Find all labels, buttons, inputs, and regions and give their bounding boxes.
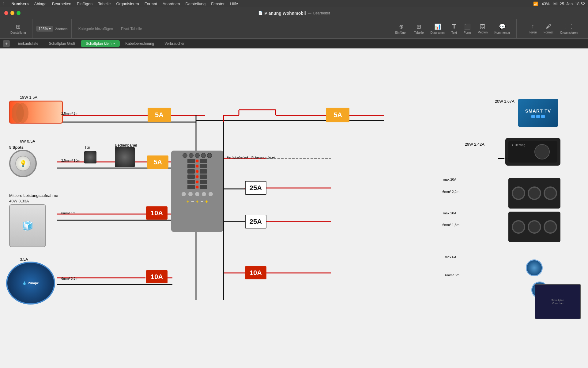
kategorie-button[interactable]: Kategorie hinzufügen (75, 27, 116, 31)
smarttv-device: SMART TV (518, 99, 558, 127)
spots-wire-label: 2,5mm² 10m (61, 158, 80, 163)
diagramm-icon: 📊 (434, 23, 441, 30)
einfuegen-icon: ⊕ (399, 23, 404, 30)
text-button[interactable]: T Text (449, 21, 459, 36)
pivot-button[interactable]: Pivot-Tabelle (118, 27, 145, 31)
kategorie-label: Kategorie hinzufügen (78, 27, 113, 31)
menu-einfuegen[interactable]: Einfügen (77, 2, 92, 6)
fuse-5a-topleft: 5A (148, 108, 171, 122)
usb1-device (508, 178, 560, 209)
darstellung-button[interactable]: ⊞ Darstellung (8, 21, 28, 36)
heating-power-label: 29W 2,42A (465, 142, 484, 147)
tab-kabelberechnung[interactable]: Kabelberechnung (120, 40, 159, 47)
smarttv-power-label: 20W 1,67A (495, 99, 514, 104)
edit-status: — (308, 11, 311, 15)
heating-dashes: - - - - (502, 156, 509, 160)
tabelle-icon: ⊞ (417, 23, 421, 30)
medien-icon: 🖼 (480, 23, 485, 30)
led-strip-label: 18W 1,5A (20, 95, 37, 100)
form-button[interactable]: ⬛ Form (461, 21, 473, 36)
form-icon: ⬛ (464, 23, 471, 30)
menu-fenster[interactable]: Fenster (211, 2, 224, 6)
bedienpanel-device (115, 147, 135, 167)
canvas[interactable]: 18W 1,5A 2,5mm² 2m 5A 5A 20W 1,67A SMART… (0, 48, 588, 368)
smarttv-label: SMART TV (525, 108, 551, 113)
tab-schaltplan-gross[interactable]: Schaltplan Groß (44, 40, 80, 47)
organisieren-icon: ⋮⋮ (563, 23, 574, 30)
menu-bearbeiten[interactable]: Bearbeiten (52, 2, 71, 6)
menu-format[interactable]: Format (145, 2, 157, 6)
fridge-power-label1: Mittlere Leistungsaufnahme (9, 193, 58, 198)
menu-ablage[interactable]: Ablage (34, 2, 46, 6)
organisieren-button[interactable]: ⋮⋮ Organisieren (558, 21, 580, 36)
diagramm-button[interactable]: 📊 Diagramm (428, 21, 447, 36)
usb1-wire-label: 6mm² 2,2m (442, 190, 459, 194)
tab-einkaufsliste[interactable]: Einkaufsliste (13, 40, 43, 47)
einfuegen-button[interactable]: ⊕ Einfügen (393, 21, 409, 36)
heating-device: 🌡 Heating (505, 138, 560, 166)
chevron-down-icon: ▾ (49, 27, 51, 31)
titlebar: 📄 Planung Wohnmobil — Bearbeitet (0, 7, 588, 19)
menu-tabelle[interactable]: Tabelle (98, 2, 111, 6)
zoom-control[interactable]: 125% ▾ (36, 26, 54, 32)
spots-count-label: 5 Spots (9, 145, 24, 150)
led-strip-wire-label: 2,5mm² 2m (61, 111, 78, 116)
fridge-device: 🧊 (9, 204, 46, 247)
tabbar: + Einkaufsliste Schaltplan Groß Schaltpl… (0, 39, 588, 48)
spots-device: 💡 (9, 150, 37, 177)
app-name[interactable]: Numbers (11, 2, 28, 6)
thumbnail-preview: SchaltplanVorschau (535, 284, 581, 319)
fuse-10a-pump: 10A (146, 270, 168, 283)
door-label: Tür (84, 145, 90, 150)
usb3-wire-label: 6mm² 5m (445, 273, 459, 278)
zoom-value: 125% (39, 27, 48, 31)
usb2-wire-label: 6mm² 1,5m (442, 223, 459, 227)
heating-wire-note: Fertigkabel ink. Sicherung dabei (227, 155, 275, 160)
clock: Mi. 25. Jan. 18:52 (553, 2, 585, 6)
menu-anordnen[interactable]: Anordnen (163, 2, 180, 6)
fullscreen-button[interactable] (17, 11, 21, 15)
fridge-power-label2: 40W 3,33A (9, 199, 29, 203)
tabelle-button[interactable]: ⊞ Tabelle (412, 21, 426, 36)
document-icon: 📄 (258, 11, 263, 15)
pump-power-label: 3,5A (20, 257, 28, 262)
format-button[interactable]: 🖌 Format (541, 21, 556, 36)
menu-hilfe[interactable]: Hilfe (230, 2, 238, 6)
led-strip-device (9, 101, 63, 124)
usb1-power-label: max.20A (443, 177, 456, 182)
menubar:  Numbers Ablage Bearbeiten Einfügen Tab… (0, 0, 588, 7)
usb2-power-label: max.20A (443, 211, 456, 216)
kommentar-button[interactable]: 💬 Kommentar (492, 21, 513, 36)
edit-label: Bearbeitet (313, 11, 330, 15)
toolbar: ⊞ Darstellung 125% ▾ Zoomen Kategorie hi… (0, 19, 588, 39)
tab-chevron-icon: ▾ (113, 42, 115, 45)
fuse-10a-usb3: 10A (245, 266, 266, 279)
menu-organisieren[interactable]: Organisieren (116, 2, 139, 6)
usb2-device (508, 212, 560, 242)
darstellung-icon: ⊞ (16, 23, 21, 30)
text-icon: T (452, 23, 456, 30)
usb3-power-label: max.6A (445, 255, 456, 259)
close-button[interactable] (4, 11, 8, 15)
fuse-5a-spots: 5A (147, 155, 168, 169)
document-title: Planung Wohnmobil (265, 11, 306, 16)
fuse-25a-usb2: 25A (245, 215, 266, 228)
kommentar-icon: 💬 (499, 23, 506, 30)
fuse-5a-topright: 5A (326, 108, 349, 122)
pump-device: 💧 Pumpe (6, 262, 63, 309)
tab-verbraucher[interactable]: Verbraucher (160, 40, 189, 47)
menu-darstellung[interactable]: Darstellung (185, 2, 205, 6)
fridge-wire-label: 6mm² 1m (61, 211, 75, 216)
tab-schaltplan-klein[interactable]: Schaltplan klein ▾ (81, 40, 120, 47)
add-tab-button[interactable]: + (3, 40, 10, 47)
medien-button[interactable]: 🖼 Medien (475, 21, 490, 36)
bedienpanel-label: Bedienpanel (115, 143, 137, 148)
teilen-icon: ↑ (531, 23, 534, 30)
zoom-label: Zoomen (55, 27, 67, 31)
teilen-button[interactable]: ↑ Teilen (526, 21, 539, 36)
apple-menu[interactable]:  (3, 1, 5, 6)
pump-wire-label: 6mm² 3,5m (61, 276, 78, 281)
minimize-button[interactable] (10, 11, 14, 15)
fuse-10a-fridge: 10A (146, 206, 168, 220)
usb3-device-1 (526, 259, 543, 276)
